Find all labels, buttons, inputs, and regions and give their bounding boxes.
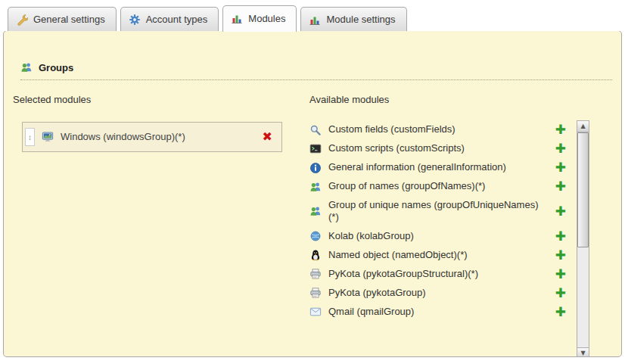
module-label: PyKota (pykotaGroupStructural)(*) xyxy=(328,268,549,280)
module-label: Qmail (qmailGroup) xyxy=(328,306,549,318)
available-module-row: Group of names (groupOfNames)(*)✚ xyxy=(308,177,577,196)
tab-account-types[interactable]: Account types xyxy=(120,7,219,31)
section-heading: Groups xyxy=(20,61,612,80)
module-label: Group of unique names (groupOfUniqueName… xyxy=(328,199,549,224)
modules-chart-icon xyxy=(231,12,243,24)
terminal-icon xyxy=(309,143,322,155)
available-module-row: PyKota (pykotaGroup)✚ xyxy=(308,284,577,303)
module-label: Group of names (groupOfNames)(*) xyxy=(328,180,549,192)
group-icon xyxy=(309,205,322,217)
module-label: General information (generalInformation) xyxy=(328,161,549,173)
info-icon xyxy=(309,162,322,174)
printer-icon xyxy=(309,268,322,280)
magnifier-icon xyxy=(309,124,322,136)
kolab-icon xyxy=(309,230,322,242)
available-module-row: Custom fields (customFields)✚ xyxy=(308,120,577,139)
add-module-button[interactable]: ✚ xyxy=(555,142,566,155)
scrollbar-thumb[interactable] xyxy=(577,132,589,247)
add-module-button[interactable]: ✚ xyxy=(555,123,566,136)
available-modules-column: Available modules Custom fields (customF… xyxy=(308,94,614,357)
add-module-button[interactable]: ✚ xyxy=(555,287,566,300)
add-module-button[interactable]: ✚ xyxy=(555,249,566,262)
available-module-row: General information (generalInformation)… xyxy=(308,158,577,177)
available-modules-list: Custom fields (customFields)✚Custom scri… xyxy=(308,120,577,357)
selected-modules-heading: Selected modules xyxy=(13,94,308,105)
available-module-row: PyKota (pykotaGroupStructural)(*)✚ xyxy=(308,265,577,284)
tab-label: General settings xyxy=(33,14,105,25)
tab-general-settings[interactable]: General settings xyxy=(8,7,117,31)
available-module-row: Kolab (kolabGroup)✚ xyxy=(308,227,577,246)
modules-chart-icon xyxy=(309,14,321,26)
tab-label: Account types xyxy=(146,14,208,25)
add-module-button[interactable]: ✚ xyxy=(555,161,566,174)
add-module-button[interactable]: ✚ xyxy=(555,205,566,218)
tab-module-settings[interactable]: Module settings xyxy=(300,7,406,31)
module-label: Custom fields (customFields) xyxy=(328,123,549,135)
module-label: Custom scripts (customScripts) xyxy=(328,142,549,154)
selected-modules-list: ↕Windows (windowsGroup)(*)✖ xyxy=(22,122,282,152)
available-module-row: Custom scripts (customScripts)✚ xyxy=(308,139,577,158)
module-label: Named object (namedObject)(*) xyxy=(328,249,549,261)
section-title: Groups xyxy=(39,62,73,73)
penguin-icon xyxy=(309,249,322,261)
add-module-button[interactable]: ✚ xyxy=(555,230,566,243)
add-module-button[interactable]: ✚ xyxy=(555,180,566,193)
available-module-row: Named object (namedObject)(*)✚ xyxy=(308,246,577,265)
mail-icon xyxy=(309,306,322,318)
add-module-button[interactable]: ✚ xyxy=(555,268,566,281)
module-columns: Selected modules ↕Windows (windowsGroup)… xyxy=(11,94,614,357)
account-types-icon xyxy=(129,14,141,26)
tab-bar: General settings Account types Modules M… xyxy=(0,0,625,31)
tab-modules[interactable]: Modules xyxy=(222,5,297,32)
remove-module-button[interactable]: ✖ xyxy=(261,131,274,143)
available-module-row: Group of unique names (groupOfUniqueName… xyxy=(308,196,577,227)
scrollbar-down-button[interactable]: ▼ xyxy=(577,347,589,357)
module-label: Windows (windowsGroup)(*) xyxy=(61,131,254,143)
drag-handle-icon[interactable]: ↕ xyxy=(25,128,35,146)
selected-modules-column: Selected modules ↕Windows (windowsGroup)… xyxy=(11,94,308,357)
wrench-icon xyxy=(16,14,28,26)
windows-icon xyxy=(42,131,54,143)
scrollbar-up-button[interactable]: ▲ xyxy=(577,121,589,132)
group-icon xyxy=(309,181,322,193)
available-modules-area: Custom fields (customFields)✚Custom scri… xyxy=(308,120,589,357)
tab-label: Modules xyxy=(248,13,285,24)
scrollbar-track[interactable] xyxy=(577,132,589,347)
available-modules-heading: Available modules xyxy=(309,94,589,105)
module-label: Kolab (kolabGroup) xyxy=(328,230,549,242)
tab-label: Module settings xyxy=(326,14,395,25)
module-label: PyKota (pykotaGroup) xyxy=(328,287,549,299)
scrollbar[interactable]: ▲ ▼ xyxy=(577,120,589,357)
modules-panel: Groups Selected modules ↕Windows (window… xyxy=(3,30,622,357)
printer-icon xyxy=(309,287,322,299)
group-icon xyxy=(20,61,33,73)
add-module-button[interactable]: ✚ xyxy=(555,306,566,319)
available-module-row: Qmail (qmailGroup)✚ xyxy=(308,303,577,322)
selected-module-row: ↕Windows (windowsGroup)(*)✖ xyxy=(23,123,281,151)
